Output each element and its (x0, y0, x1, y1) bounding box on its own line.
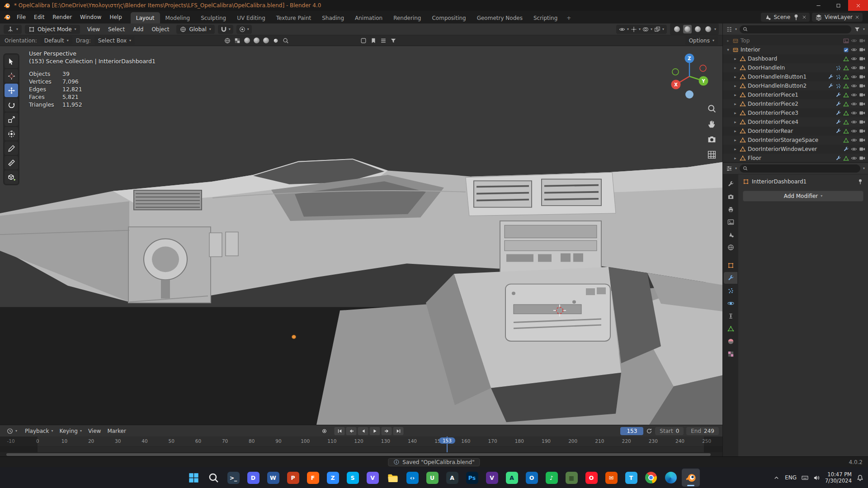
next-keyframe-button[interactable] (382, 427, 392, 435)
camera-icon[interactable] (859, 65, 865, 71)
data-icon[interactable] (843, 137, 849, 143)
modifier-icon[interactable] (835, 101, 841, 107)
modifier-icon[interactable] (835, 110, 841, 116)
data-icon[interactable] (843, 128, 849, 134)
outliner-row[interactable]: ▸DoorHandleInButton1 (723, 72, 868, 81)
expander-icon[interactable]: ▸ (733, 147, 738, 151)
taskbar-spotify[interactable]: ♪ (542, 469, 561, 487)
matcap-sphere-icon[interactable] (244, 38, 250, 43)
taskbar-minecraft[interactable]: ▦ (562, 469, 580, 487)
tool-add-cube[interactable] (5, 170, 18, 184)
properties-tab-physics[interactable] (724, 297, 737, 309)
menu-edit[interactable]: Edit (30, 12, 48, 22)
taskbar-photoshop[interactable]: Ps (463, 469, 481, 487)
drag-dropdown[interactable]: Select Box▾ (94, 36, 135, 45)
camera-icon[interactable] (859, 128, 865, 134)
frame-icon[interactable] (360, 38, 367, 44)
outliner-row[interactable]: ▸DoorInteriorStorageSpace (723, 136, 868, 145)
modifier-icon[interactable] (835, 119, 841, 125)
transform-orientation-select[interactable]: Global ▾ (176, 25, 214, 34)
current-frame-badge[interactable]: 153 (439, 437, 455, 444)
properties-search-input[interactable] (740, 164, 860, 173)
eye-icon[interactable] (851, 47, 857, 53)
bookmark-icon[interactable] (370, 38, 377, 44)
timeline-editor-type-button[interactable]: ▾ (4, 427, 20, 436)
outliner-row[interactable]: ▾Interior (723, 45, 868, 54)
tab-uv-editing[interactable]: UV Editing (231, 12, 271, 23)
outliner-row[interactable]: ▸DoorInteriorRear (723, 127, 868, 136)
data-icon[interactable] (843, 101, 849, 107)
tool-move[interactable] (5, 84, 18, 97)
tray-keyboard[interactable] (802, 474, 808, 481)
pin-icon[interactable] (793, 14, 800, 21)
record-button[interactable] (319, 427, 330, 435)
jump-end-button[interactable] (393, 427, 404, 435)
snap-toggle[interactable]: ▾ (218, 25, 233, 34)
taskbar-zoom[interactable]: Z (324, 469, 342, 487)
viewport-menu-select[interactable]: Select (104, 24, 129, 34)
tool-cursor[interactable] (5, 69, 18, 83)
shading-material-button[interactable] (693, 25, 702, 33)
menu-file[interactable]: File (13, 12, 30, 22)
taskbar-word[interactable]: W (264, 469, 282, 487)
data-icon[interactable] (843, 56, 849, 62)
jump-start-button[interactable] (335, 427, 345, 435)
shading-solid-button[interactable] (683, 25, 692, 33)
eye-icon[interactable] (851, 146, 857, 152)
properties-tab-object[interactable] (724, 259, 737, 271)
camera-view-icon[interactable] (707, 135, 717, 144)
taskbar-file-explorer[interactable] (383, 469, 401, 487)
properties-tab-scene[interactable] (724, 229, 737, 240)
modifier-icon[interactable] (843, 146, 849, 152)
outliner-row[interactable]: ▸DoorInteriorWindowLever (723, 145, 868, 154)
image-icon[interactable] (843, 38, 849, 44)
camera-icon[interactable] (859, 83, 865, 89)
taskbar-start[interactable] (184, 469, 203, 487)
filter-icon[interactable] (854, 26, 860, 33)
end-frame-field[interactable]: End 249 (686, 427, 719, 435)
eye-icon[interactable] (851, 74, 857, 80)
options-dropdown[interactable]: Options▾ (685, 36, 718, 45)
tool-transform[interactable] (5, 127, 18, 141)
tab-geometry-nodes[interactable]: Geometry Nodes (472, 12, 528, 23)
camera-icon[interactable] (859, 119, 865, 125)
data-icon[interactable] (843, 110, 849, 116)
filter-icon[interactable] (390, 38, 396, 44)
tab-layout[interactable]: Layout (131, 12, 160, 23)
taskbar-terminal[interactable]: >_ (224, 469, 242, 487)
expander-icon[interactable]: ▸ (733, 75, 738, 79)
eye-icon[interactable] (851, 83, 857, 89)
chevron-down-icon[interactable]: ▾ (627, 28, 629, 31)
timeline-body[interactable]: -100102030405060708090100110120130140150… (0, 436, 722, 452)
taskbar-thunderbird[interactable]: ✉ (602, 469, 620, 487)
nav-gizmo[interactable]: XYZ (669, 51, 711, 103)
modifier-icon[interactable] (835, 155, 841, 161)
shading-wireframe-button[interactable] (673, 25, 681, 33)
visibility-icon[interactable] (619, 26, 625, 33)
modifier-icon[interactable] (828, 74, 834, 80)
expander-icon[interactable]: ▾ (726, 47, 731, 52)
tool-rotate[interactable] (5, 98, 18, 112)
outliner-row[interactable]: ▸DoorInteriorPiece3 (723, 108, 868, 117)
tab-scripting[interactable]: Scripting (528, 12, 563, 23)
outliner-editor-icon[interactable] (726, 26, 732, 33)
properties-tab-render[interactable] (724, 191, 737, 202)
viewport-menu-add[interactable]: Add (129, 24, 147, 34)
outliner-row[interactable]: ▸Dashboard (723, 54, 868, 63)
viewport-3d[interactable]: User Perspective (153) Scene Collection … (0, 46, 722, 425)
maximize-button[interactable] (828, 0, 848, 11)
camera-icon[interactable] (859, 47, 865, 53)
play-reverse-button[interactable] (358, 427, 368, 435)
viewlayer-selector[interactable]: ViewLayer (812, 13, 863, 22)
pin-icon[interactable] (857, 178, 863, 185)
expander-icon[interactable]: ▸ (733, 129, 738, 133)
expander-icon[interactable]: ▸ (733, 102, 738, 106)
properties-tab-output[interactable] (724, 203, 737, 215)
gizmos-icon[interactable] (631, 26, 637, 33)
expander-icon[interactable]: ▸ (733, 111, 738, 115)
blender-menu-icon[interactable] (4, 14, 11, 21)
chevron-down-icon[interactable]: ▾ (714, 28, 716, 31)
close-button[interactable] (848, 0, 868, 11)
taskbar-outlook[interactable]: O (523, 469, 541, 487)
shading-rendered-button[interactable] (704, 25, 712, 33)
